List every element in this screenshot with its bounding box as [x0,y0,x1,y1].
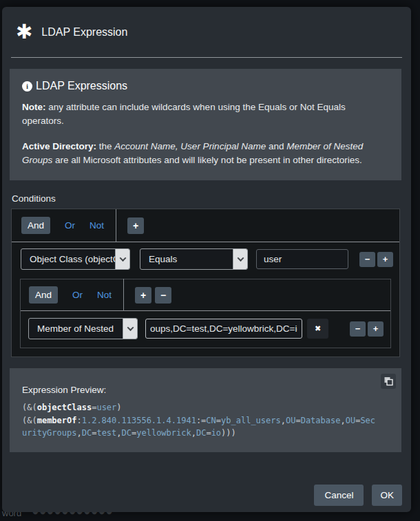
operator-select[interactable]: Equals [140,248,248,270]
condition-row-buttons: − + [359,252,393,267]
header-divider [11,57,402,58]
info-note-label: Note: [22,102,46,112]
nested-logic-toggle-row: And Or Not + − [21,279,390,310]
nested-or-toggle[interactable]: Or [72,290,83,300]
remove-condition-button[interactable]: − [359,252,375,267]
nested-condition-value-input[interactable] [145,319,302,339]
expression-preview-label: Expression Preview: [22,385,390,395]
nested-remove-group-button[interactable]: − [155,287,171,304]
toggle-divider [116,209,116,242]
outer-add-condition-button[interactable]: + [127,217,144,234]
ok-button[interactable]: OK [372,485,402,506]
chevron-down-icon [115,249,129,269]
modal-footer: Cancel OK [314,485,402,506]
info-panel-title: LDAP Expressions [36,80,127,92]
nested-attribute-select-value: Member of Nested [29,323,123,334]
info-panel-title-row: i LDAP Expressions [22,80,389,92]
outer-or-toggle[interactable]: Or [65,220,75,231]
ldap-expressions-info-panel: i LDAP Expressions Note: any attribute c… [10,69,401,180]
chevron-down-icon [233,249,247,269]
conditions-section-label: Conditions [12,193,411,204]
nested-group-buttons: + − [135,287,171,304]
info-active-directory-paragraph: Active Directory: the Account Name, User… [22,140,389,167]
modal-title: LDAP Expression [41,26,127,39]
copy-icon [384,376,393,386]
nested-and-toggle[interactable]: And [29,286,58,304]
asterisk-icon: ✱ [16,22,32,42]
clear-value-button[interactable]: ✖ [307,319,328,339]
nested-remove-condition-button[interactable]: − [350,321,366,337]
cancel-button[interactable]: Cancel [314,485,364,506]
modal-header: ✱ LDAP Expression [2,7,411,52]
ldap-expression-modal: ✱ LDAP Expression i LDAP Expressions Not… [2,7,411,512]
expression-preview-panel: Expression Preview: (&(objectClass=user)… [10,368,401,452]
attribute-select[interactable]: Object Class (objectClass) [21,248,130,270]
info-ad-label: Active Directory: [22,141,96,151]
info-circle-icon: i [22,81,32,92]
condition-value-input[interactable] [256,249,348,269]
x-icon: ✖ [315,324,321,333]
add-condition-button[interactable]: + [377,252,393,267]
condition-row: Object Class (objectClass) Equals − + [12,242,399,277]
nested-add-condition-button[interactable]: + [135,287,151,304]
info-note-paragraph: Note: any attribute can include wildcard… [22,100,389,127]
nested-condition-row-buttons: − + [350,321,384,337]
nested-not-toggle[interactable]: Not [97,290,112,300]
conditions-group-box: And Or Not + Object Class (objectClass) … [11,209,400,357]
operator-select-value: Equals [140,254,233,264]
copy-expression-button[interactable] [381,374,396,389]
nested-condition-row: Member of Nested ✖ − + [21,311,390,348]
outer-not-toggle[interactable]: Not [90,220,104,231]
chevron-down-icon [123,319,137,339]
nested-add-condition-button-2[interactable]: + [368,321,384,337]
toggle-divider [123,279,124,311]
nested-attribute-select[interactable]: Member of Nested [28,318,138,339]
expression-code: (&(objectClass=user)(&(memberOf:1.2.840.… [22,401,377,440]
attribute-select-value: Object Class (objectClass) [21,254,115,264]
outer-and-toggle[interactable]: And [21,217,50,234]
nested-conditions-group-box: And Or Not + − Member of Nested ✖ − [20,279,391,348]
outer-logic-toggle-row: And Or Not + [12,209,399,242]
